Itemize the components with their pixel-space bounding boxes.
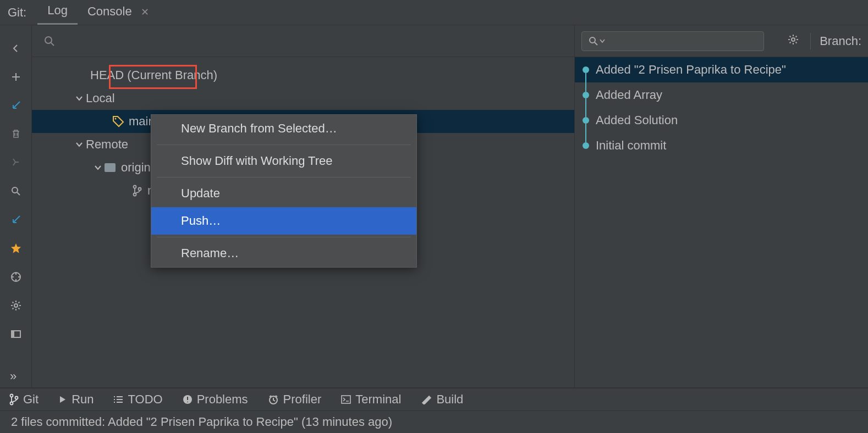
tab-label: Console (87, 4, 132, 18)
branch-icon (132, 185, 142, 197)
tool-window-problems[interactable]: Problems (183, 392, 248, 407)
tool-window-label: Terminal (355, 392, 401, 407)
tool-window-bar: Git Run TODO Problems Profiler Terminal … (0, 388, 868, 411)
commits-search-input[interactable] (581, 31, 764, 51)
tab-log[interactable]: Log (37, 0, 78, 25)
tool-window-todo[interactable]: TODO (113, 392, 162, 407)
commit-list: Added "2 Prisen Paprika to Recipe" Added… (575, 57, 868, 387)
search-icon[interactable] (9, 185, 23, 198)
top-tab-bar: Git: Log Console ✕ (0, 0, 868, 25)
tool-window-label: Run (72, 392, 94, 407)
menu-item-new-branch[interactable]: New Branch from Selected… (151, 115, 416, 142)
commit-message: Added Array (596, 88, 662, 102)
remote-name: origin (121, 160, 151, 175)
svg-point-5 (45, 37, 52, 43)
status-bar: 2 files committed: Added "2 Prisen Papri… (0, 411, 868, 433)
svg-point-10 (590, 37, 595, 43)
local-label: Local (86, 91, 115, 106)
commit-message: Added "2 Prisen Paprika to Recipe" (596, 63, 786, 77)
menu-item-push[interactable]: Push… (151, 207, 416, 235)
svg-point-13 (10, 402, 13, 405)
terminal-icon (341, 395, 351, 404)
svg-point-8 (134, 193, 136, 196)
svg-point-0 (12, 187, 18, 193)
svg-rect-4 (12, 331, 14, 337)
svg-point-6 (115, 118, 117, 120)
overflow-icon[interactable]: » (10, 369, 17, 384)
tool-window-label: Problems (197, 392, 248, 407)
tool-window-terminal[interactable]: Terminal (341, 392, 401, 407)
alert-icon (183, 395, 193, 404)
svg-point-7 (134, 186, 136, 188)
main-area: » HEAD (Current Branch) Local main (0, 25, 868, 388)
target-icon[interactable] (9, 270, 23, 284)
chevron-down-icon (73, 95, 86, 102)
commit-dot-icon (583, 92, 589, 98)
clock-icon (268, 394, 279, 405)
chevron-down-icon (73, 141, 86, 148)
merge-icon[interactable] (9, 156, 23, 169)
branch-filter-label[interactable]: Branch: (820, 34, 861, 48)
tool-window-run[interactable]: Run (58, 392, 94, 407)
head-row[interactable]: HEAD (Current Branch) (32, 64, 574, 87)
menu-item-label: Show Diff with Working Tree (181, 154, 333, 168)
list-icon (113, 395, 123, 404)
head-label: HEAD (Current Branch) (90, 68, 217, 82)
gear-icon[interactable] (9, 299, 23, 312)
tab-console[interactable]: Console ✕ (78, 1, 159, 24)
menu-item-show-diff[interactable]: Show Diff with Working Tree (151, 147, 416, 175)
commit-dot-icon (583, 142, 589, 149)
menu-separator (157, 145, 411, 145)
gear-icon[interactable] (787, 34, 799, 49)
trash-icon[interactable] (9, 127, 23, 141)
svg-rect-17 (342, 396, 350, 403)
menu-item-label: New Branch from Selected… (181, 121, 337, 136)
commit-row[interactable]: Added Array (575, 82, 868, 108)
git-panel-title: Git: (8, 5, 26, 20)
commit-row[interactable]: Added Solution (575, 108, 868, 133)
play-icon (58, 395, 67, 404)
star-icon[interactable] (9, 242, 23, 255)
branch-icon (9, 393, 19, 406)
back-icon[interactable] (9, 42, 23, 55)
menu-item-update[interactable]: Update (151, 180, 416, 207)
tag-icon (112, 115, 124, 127)
close-icon[interactable]: ✕ (141, 7, 149, 18)
svg-point-14 (15, 397, 18, 399)
tool-window-label: Git (23, 392, 39, 407)
commit-row[interactable]: Added "2 Prisen Paprika to Recipe" (575, 57, 868, 82)
menu-item-label: Rename… (181, 246, 239, 260)
commits-toolbar: Branch: (575, 25, 868, 57)
search-icon[interactable] (44, 36, 55, 47)
tool-window-build[interactable]: Build (421, 392, 463, 407)
commit-dot-icon (583, 117, 589, 124)
tool-window-profiler[interactable]: Profiler (268, 392, 322, 407)
commit-message: Initial commit (596, 138, 666, 153)
menu-separator (157, 237, 411, 237)
chevron-down-icon (600, 38, 605, 44)
commit-row[interactable]: Initial commit (575, 133, 868, 158)
pull-icon[interactable] (9, 99, 23, 112)
commit-message: Added Solution (596, 113, 678, 127)
search-icon (589, 36, 598, 46)
chevron-down-icon (91, 164, 105, 171)
status-text: 2 files committed: Added "2 Prisen Papri… (11, 415, 392, 429)
svg-point-2 (14, 304, 18, 307)
hammer-icon (421, 395, 432, 404)
layout-icon[interactable] (9, 327, 23, 341)
menu-item-rename[interactable]: Rename… (151, 240, 416, 267)
menu-item-label: Update (181, 186, 220, 201)
svg-point-11 (792, 38, 795, 41)
local-group[interactable]: Local (32, 87, 574, 110)
tool-window-git[interactable]: Git (9, 392, 39, 407)
tool-window-label: Profiler (283, 392, 322, 407)
tool-window-label: TODO (128, 392, 162, 407)
tool-window-label: Build (436, 392, 463, 407)
remote-label: Remote (86, 137, 128, 152)
plus-icon[interactable] (9, 70, 23, 84)
svg-point-12 (10, 395, 13, 397)
incoming-icon[interactable] (9, 213, 23, 226)
branches-search-row (32, 25, 574, 57)
menu-item-label: Push… (181, 214, 221, 228)
commits-pane: Branch: Added "2 Prisen Paprika to Recip… (574, 25, 868, 387)
